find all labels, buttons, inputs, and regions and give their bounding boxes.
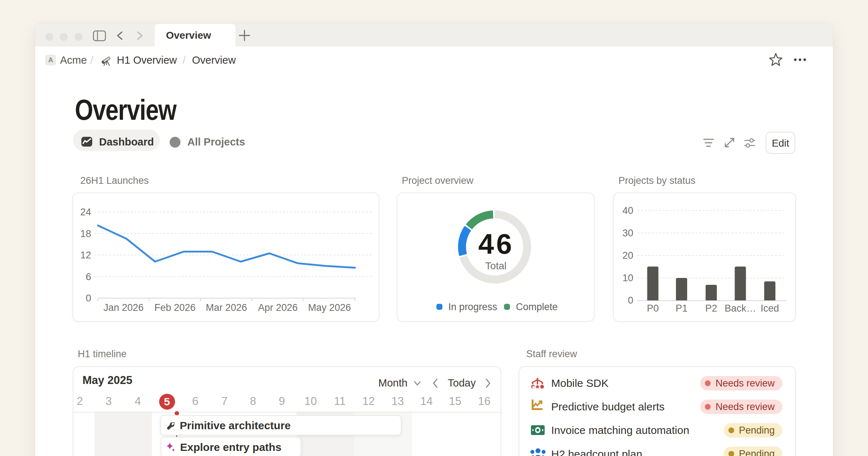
svg-text:Apr 2026: Apr 2026 bbox=[258, 302, 298, 313]
svg-text:46: 46 bbox=[478, 228, 514, 260]
svg-text:P1: P1 bbox=[676, 303, 688, 314]
svg-text:Total: Total bbox=[485, 260, 506, 271]
svg-text:18: 18 bbox=[80, 228, 91, 239]
svg-text:May 2026: May 2026 bbox=[308, 302, 351, 313]
svg-text:Feb 2026: Feb 2026 bbox=[154, 302, 196, 313]
svg-text:0: 0 bbox=[628, 295, 633, 306]
svg-text:Jan 2026: Jan 2026 bbox=[103, 302, 144, 313]
svg-text:24: 24 bbox=[80, 207, 91, 218]
svg-text:P2: P2 bbox=[705, 303, 717, 314]
svg-text:In progress: In progress bbox=[448, 301, 497, 312]
svg-text:0: 0 bbox=[86, 293, 91, 304]
svg-text:P0: P0 bbox=[647, 303, 659, 314]
svg-text:Mar 2026: Mar 2026 bbox=[206, 302, 247, 313]
svg-text:Back…: Back… bbox=[724, 303, 756, 314]
svg-text:10: 10 bbox=[622, 273, 633, 283]
svg-text:6: 6 bbox=[86, 271, 91, 282]
svg-text:30: 30 bbox=[622, 228, 633, 238]
svg-text:12: 12 bbox=[80, 250, 91, 261]
svg-text:40: 40 bbox=[622, 205, 633, 216]
svg-text:Iced: Iced bbox=[761, 303, 779, 314]
svg-text:Complete: Complete bbox=[516, 301, 558, 312]
svg-text:20: 20 bbox=[622, 250, 633, 261]
